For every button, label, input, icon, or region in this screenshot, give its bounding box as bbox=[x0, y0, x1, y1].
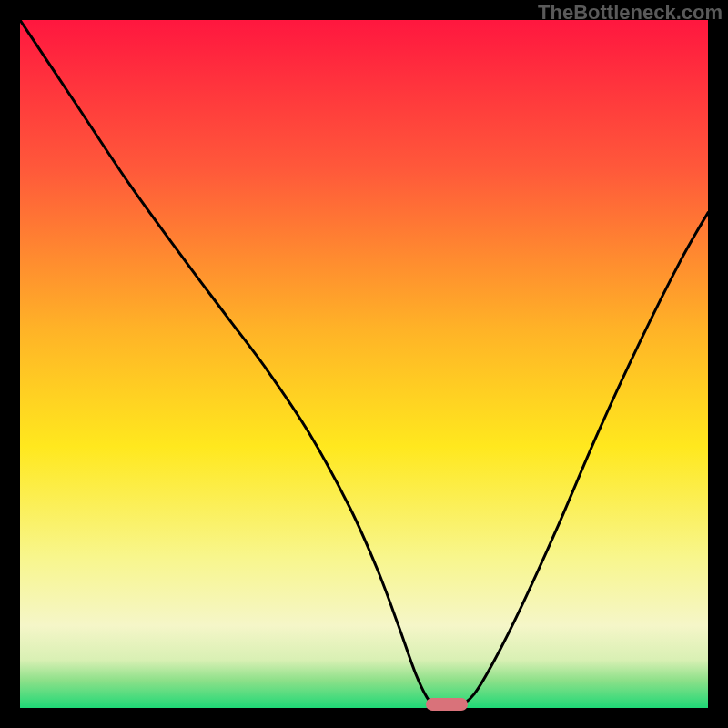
optimum-marker bbox=[426, 698, 468, 711]
chart-plot-area bbox=[20, 20, 708, 708]
chart-curve bbox=[20, 20, 708, 708]
watermark-text: TheBottleneck.com bbox=[538, 1, 723, 25]
